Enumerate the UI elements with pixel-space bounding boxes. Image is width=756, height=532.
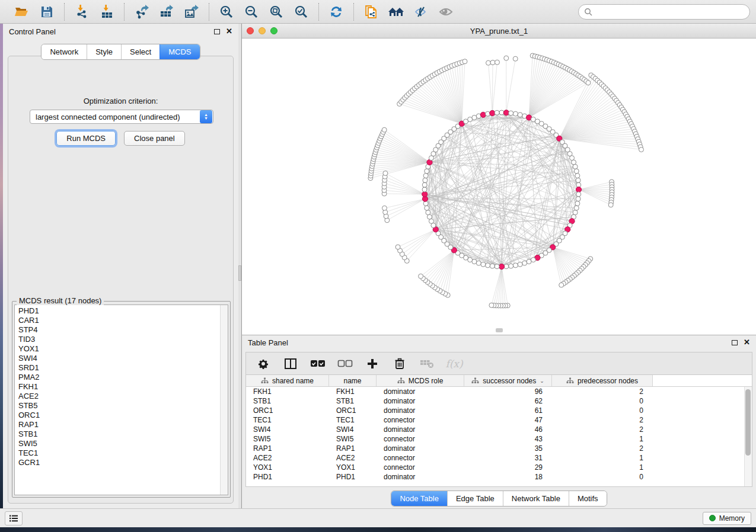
graph-node[interactable]: [382, 127, 387, 132]
cell-shared-name[interactable]: STB1: [246, 397, 329, 405]
graph-node[interactable]: [426, 210, 430, 215]
column-header-predecessor-nodes[interactable]: predecessor nodes: [552, 375, 653, 386]
network-canvas[interactable]: [242, 39, 756, 334]
cell-name[interactable]: STB1: [329, 397, 377, 405]
graph-node[interactable]: [486, 60, 491, 65]
table-row[interactable]: YOX1YOX1connector291: [246, 463, 752, 472]
column-header-shared-name[interactable]: shared name: [246, 375, 329, 386]
graph-node[interactable]: [576, 192, 581, 197]
graph-node[interactable]: [383, 171, 388, 175]
network-window-titlebar[interactable]: YPA_prune.txt_1: [242, 24, 756, 39]
graph-node[interactable]: [572, 160, 576, 165]
mcds-node-item[interactable]: CAR1: [18, 316, 224, 325]
cell-successor-nodes[interactable]: 96: [464, 387, 552, 396]
graph-node[interactable]: [423, 201, 428, 206]
cell-name[interactable]: ACE2: [329, 454, 377, 462]
cell-shared-name[interactable]: YOX1: [246, 463, 329, 472]
mcds-node-item[interactable]: PHD1: [18, 306, 224, 316]
cell-successor-nodes[interactable]: 18: [464, 473, 552, 481]
cell-predecessor-nodes[interactable]: 2: [552, 444, 653, 453]
close-panel-button[interactable]: Close panel: [124, 131, 185, 146]
zoom-fit-button[interactable]: [266, 2, 286, 21]
cell-shared-name[interactable]: ORC1: [246, 406, 329, 415]
graph-mcds-node[interactable]: [499, 264, 504, 269]
graph-node[interactable]: [462, 59, 467, 64]
mcds-node-item[interactable]: SWI4: [18, 354, 224, 363]
cell-predecessor-nodes[interactable]: 1: [552, 463, 653, 472]
cell-name[interactable]: FKH1: [329, 387, 377, 396]
graph-mcds-node[interactable]: [503, 110, 509, 116]
graph-node[interactable]: [489, 303, 494, 307]
graph-node[interactable]: [504, 56, 509, 60]
graph-node[interactable]: [422, 182, 427, 187]
graph-node[interactable]: [419, 274, 423, 278]
cell-shared-name[interactable]: RAP1: [246, 444, 329, 453]
mcds-node-item[interactable]: PMA2: [18, 373, 224, 382]
task-history-button[interactable]: [5, 511, 23, 525]
graph-node[interactable]: [427, 214, 432, 219]
graph-node[interactable]: [495, 264, 499, 269]
cell-shared-name[interactable]: SWI4: [246, 425, 329, 434]
graph-node[interactable]: [486, 263, 490, 268]
open-file-button[interactable]: [12, 2, 32, 21]
run-mcds-button[interactable]: Run MCDS: [56, 131, 116, 146]
tab-mcds[interactable]: MCDS: [160, 44, 199, 59]
graph-node[interactable]: [490, 60, 495, 65]
graph-node[interactable]: [574, 206, 579, 210]
cell-shared-name[interactable]: PHD1: [246, 473, 329, 481]
network-hscrollbar-thumb[interactable]: [496, 328, 503, 332]
graph-node[interactable]: [425, 169, 429, 174]
cell-MCDS-role[interactable]: dominator: [377, 444, 464, 453]
graph-node[interactable]: [576, 197, 580, 201]
export-table-button[interactable]: [157, 2, 177, 21]
cell-successor-nodes[interactable]: 43: [464, 435, 552, 443]
graph-node[interactable]: [573, 164, 578, 169]
graph-node[interactable]: [575, 201, 580, 206]
graph-node[interactable]: [576, 178, 580, 182]
graph-node[interactable]: [513, 56, 518, 61]
column-header-MCDS-role[interactable]: MCDS role: [377, 375, 464, 386]
cell-successor-nodes[interactable]: 31: [464, 454, 552, 462]
graph-node[interactable]: [481, 262, 486, 267]
cell-MCDS-role[interactable]: dominator: [377, 387, 464, 396]
float-panel-icon[interactable]: [214, 29, 220, 34]
graph-node[interactable]: [486, 111, 490, 116]
table-row[interactable]: RAP1RAP1dominator352: [246, 444, 752, 453]
cell-name[interactable]: YOX1: [329, 463, 377, 472]
graph-mcds-node[interactable]: [490, 110, 495, 116]
mcds-node-item[interactable]: FKH1: [18, 382, 224, 392]
graph-node[interactable]: [509, 111, 513, 116]
table-settings-button[interactable]: [256, 356, 271, 371]
cell-shared-name[interactable]: FKH1: [246, 387, 329, 396]
graph-node[interactable]: [509, 264, 513, 268]
table-row[interactable]: TEC1TEC1connector472: [246, 415, 752, 425]
mcds-node-item[interactable]: STB1: [18, 430, 224, 439]
cell-shared-name[interactable]: TEC1: [246, 416, 329, 424]
cell-shared-name[interactable]: ACE2: [246, 454, 329, 462]
cell-MCDS-role[interactable]: dominator: [377, 425, 464, 434]
mcds-node-item[interactable]: SWI5: [18, 439, 224, 448]
graph-node[interactable]: [425, 206, 429, 210]
cell-MCDS-role[interactable]: connector: [377, 416, 464, 424]
cell-name[interactable]: SWI5: [329, 435, 377, 443]
table-row[interactable]: ACE2ACE2connector311: [246, 453, 752, 463]
cell-predecessor-nodes[interactable]: 0: [552, 473, 653, 481]
tab-style[interactable]: Style: [87, 44, 121, 59]
cell-successor-nodes[interactable]: 47: [464, 416, 552, 424]
table-vscrollbar-thumb[interactable]: [745, 389, 751, 456]
memory-button[interactable]: Memory: [703, 512, 751, 525]
graph-node[interactable]: [422, 187, 427, 192]
cell-predecessor-nodes[interactable]: 2: [552, 425, 653, 434]
graph-node[interactable]: [513, 111, 518, 116]
tab-network-table[interactable]: Network Table: [503, 491, 569, 506]
float-panel-icon[interactable]: [732, 340, 738, 345]
graph-node[interactable]: [559, 283, 564, 287]
tab-motifs[interactable]: Motifs: [569, 491, 607, 506]
graph-mcds-node[interactable]: [576, 187, 581, 192]
delete-column-button[interactable]: [392, 356, 407, 371]
cell-successor-nodes[interactable]: 61: [464, 406, 552, 415]
graph-node[interactable]: [423, 174, 428, 178]
graph-node[interactable]: [495, 110, 499, 115]
zoom-in-button[interactable]: [216, 2, 237, 21]
cell-MCDS-role[interactable]: dominator: [377, 406, 464, 415]
